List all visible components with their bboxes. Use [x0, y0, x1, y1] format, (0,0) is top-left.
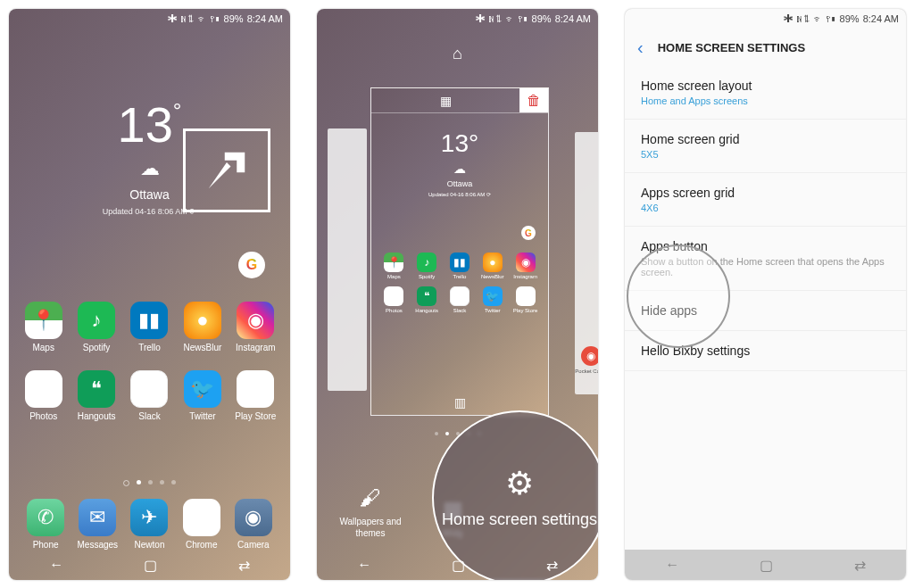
status-bar: ✱ ℕ ⇅ ᯤ ⫯▮ 89% 8:24 AM [9, 9, 290, 29]
slack-icon: ✱ [130, 370, 168, 408]
pocketcasts-icon: ◉ [581, 346, 598, 366]
instagram-icon: ◉ [237, 302, 274, 339]
dock-newton[interactable]: ✈Newton [123, 499, 175, 550]
panel-home-edit: ✱ ℕ ⇅ ᯤ ⫯▮ 89% 8:24 AM ⌂ ▦ 🗑 13° ☁ Ottaw… [317, 9, 598, 580]
app-instagram[interactable]: ◉Instagram [232, 302, 279, 352]
messages-icon: ✉ [79, 499, 116, 536]
nav-back[interactable]: ← [49, 557, 63, 573]
nav-home[interactable]: ▢ [144, 557, 157, 574]
panel-home-screen: ✱ ℕ ⇅ ᯤ ⫯▮ 89% 8:24 AM 13° ☁ Ottawa Upda… [9, 9, 290, 580]
nav-back[interactable]: ← [665, 557, 679, 573]
hangouts-icon: ❝ [78, 370, 115, 408]
mini-dock-indicator: ▥ [371, 395, 548, 410]
status-bar: ✱ ℕ ⇅ ᯤ ⫯▮ 89% 8:24 AM [317, 9, 598, 29]
status-time: 8:24 AM [247, 13, 283, 24]
playstore-icon: ▶ [237, 370, 274, 408]
app-spotify[interactable]: ♪Spotify [72, 302, 120, 352]
app-trello[interactable]: ▮▮Trello [126, 302, 173, 352]
page-indicator [9, 480, 290, 486]
brush-icon: 🖌 [360, 485, 381, 510]
trello-icon: ▮▮ [130, 302, 168, 339]
setting-hide-apps[interactable]: Hide apps [625, 291, 906, 331]
nav-recent[interactable]: ⇄ [238, 557, 250, 574]
newton-icon: ✈ [130, 499, 168, 536]
phone-icon: ✆ [27, 499, 64, 536]
gear-icon: ⚙ [505, 465, 534, 502]
setting-bixby[interactable]: Hello Bixby settings [625, 331, 906, 371]
maps-icon: 📍 [25, 302, 62, 339]
home-page-preview[interactable]: ▦ 🗑 13° ☁ Ottawa Updated 04-16 8:06 AM ⟳… [370, 87, 549, 416]
dock-camera[interactable]: ◉Camera [228, 499, 279, 550]
nav-bar: ← ▢ ⇄ [9, 550, 290, 580]
side-page-right[interactable]: ◉ Pocket Casts [575, 132, 598, 394]
mini-google-icon: G [521, 226, 536, 240]
dock: ✆Phone ✉Messages ✈Newton ◉Chrome ◉Camera [9, 499, 290, 550]
photos-icon: ✦ [25, 370, 62, 408]
chrome-icon: ◉ [183, 499, 220, 536]
newsblur-icon: ● [184, 302, 221, 339]
app-newsblur[interactable]: ●NewsBlur [179, 302, 226, 352]
longpress-arrow-callout [183, 128, 270, 212]
battery-percent: 89% [224, 13, 244, 24]
setting-home-grid[interactable]: Home screen grid 5X5 [625, 120, 906, 173]
settings-title: HOME SCREEN SETTINGS [658, 41, 805, 54]
settings-header: ‹ HOME SCREEN SETTINGS [625, 29, 906, 66]
nav-recent[interactable]: ⇄ [546, 557, 558, 574]
setting-apps-grid[interactable]: Apps screen grid 4X6 [625, 173, 906, 227]
app-maps[interactable]: 📍Maps [20, 302, 67, 352]
setting-apps-button[interactable]: Apps button Show a button on the Home sc… [625, 227, 906, 291]
app-slack[interactable]: ✱Slack [126, 370, 173, 421]
google-search-button[interactable]: G [238, 252, 265, 278]
settings-list: Home screen layout Home and Apps screens… [625, 66, 906, 371]
nav-home[interactable]: ▢ [452, 557, 465, 574]
dock-messages[interactable]: ✉Messages [71, 499, 123, 550]
nav-bar: ← ▢ ⇄ [625, 550, 906, 580]
app-twitter[interactable]: 🐦Twitter [179, 370, 226, 421]
setting-home-layout[interactable]: Home screen layout Home and Apps screens [625, 66, 906, 120]
status-bar: ✱ ℕ ⇅ ᯤ ⫯▮ 89% 8:24 AM [625, 9, 906, 29]
status-icons: ✱ ℕ ⇅ ᯤ ⫯▮ [168, 13, 220, 24]
delete-page-button[interactable]: 🗑 [519, 88, 548, 112]
home-indicator-icon: ⌂ [317, 45, 598, 63]
dock-chrome[interactable]: ◉Chrome [176, 499, 228, 550]
dock-phone[interactable]: ✆Phone [20, 499, 71, 550]
app-photos[interactable]: ✦Photos [20, 370, 67, 421]
app-hangouts[interactable]: ❝Hangouts [72, 370, 120, 421]
nav-back[interactable]: ← [357, 557, 371, 573]
app-playstore[interactable]: ▶Play Store [232, 370, 279, 421]
arrow-icon [203, 146, 251, 195]
back-button[interactable]: ‹ [637, 37, 644, 58]
panel-home-settings: ✱ ℕ ⇅ ᯤ ⫯▮ 89% 8:24 AM ‹ HOME SCREEN SET… [625, 9, 906, 580]
default-home-toggle[interactable]: ▦ [371, 88, 519, 112]
wallpapers-themes-button[interactable]: 🖌 Wallpapers and themes [317, 485, 424, 539]
nav-bar: ← ▢ ⇄ [317, 550, 598, 580]
spotify-icon: ♪ [78, 302, 115, 339]
nav-recent[interactable]: ⇄ [854, 557, 866, 574]
twitter-icon: 🐦 [184, 370, 221, 408]
side-page-left[interactable] [328, 128, 367, 391]
camera-icon: ◉ [235, 499, 272, 536]
app-grid: 📍Maps ♪Spotify ▮▮Trello ●NewsBlur ◉Insta… [9, 302, 290, 421]
nav-home[interactable]: ▢ [760, 557, 773, 574]
